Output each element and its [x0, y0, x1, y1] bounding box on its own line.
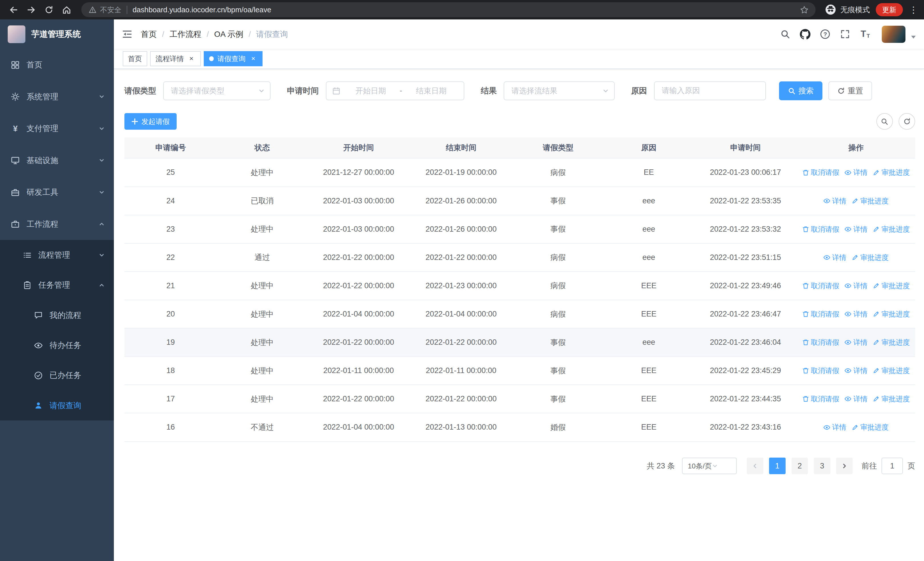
next-page-button[interactable] [836, 457, 853, 474]
address-bar[interactable]: 不安全 dashboard.yudao.iocoder.cn/bpm/oa/le… [81, 2, 816, 17]
detail-action-link[interactable]: 详情 [844, 224, 867, 234]
progress-action-link[interactable]: 审批进度 [873, 168, 910, 177]
cancel-action-link[interactable]: 取消请假 [802, 394, 839, 404]
sidebar-item-devtools[interactable]: 研发工具 [0, 176, 114, 208]
browser-menu-icon[interactable]: ⋮ [909, 5, 918, 15]
sidebar-item-home[interactable]: 首页 [0, 49, 114, 81]
search-button[interactable]: 搜索 [779, 81, 823, 100]
page-size-select[interactable]: 10条/页 [682, 457, 737, 474]
home-icon[interactable] [59, 2, 74, 17]
sidebar-item-my-process[interactable]: 我的流程 [0, 300, 114, 330]
close-icon[interactable]: × [249, 54, 257, 63]
progress-action-link[interactable]: 审批进度 [852, 196, 889, 206]
table-cell: 24 [124, 197, 217, 205]
reload-icon[interactable] [41, 2, 57, 17]
progress-action-link[interactable]: 审批进度 [873, 309, 910, 319]
delete-icon [802, 367, 809, 374]
forward-icon[interactable] [24, 2, 39, 17]
plus-icon [131, 118, 138, 125]
site-security-indicator[interactable]: 不安全 [88, 5, 122, 15]
date-range-picker[interactable]: 开始日期 - 结束日期 [326, 81, 464, 100]
warning-icon [88, 6, 97, 14]
tab-leave-query[interactable]: 请假查询 × [204, 51, 262, 66]
goto-page-input[interactable] [882, 457, 903, 474]
page-button-2[interactable]: 2 [792, 457, 808, 474]
reset-button[interactable]: 重置 [828, 81, 872, 100]
sidebar-item-done-tasks[interactable]: 已办任务 [0, 361, 114, 391]
detail-action-link[interactable]: 详情 [823, 253, 846, 262]
back-icon[interactable] [6, 2, 21, 17]
toggle-search-icon[interactable] [876, 113, 893, 130]
sidebar-toggle-icon[interactable] [114, 20, 141, 49]
toolbox-icon [10, 188, 20, 197]
breadcrumb-item[interactable]: 首页 [141, 29, 157, 40]
detail-action-link[interactable]: 详情 [844, 281, 867, 290]
check-circle-icon [34, 371, 43, 380]
search-icon[interactable] [777, 26, 793, 42]
avatar[interactable] [882, 26, 906, 43]
detail-action-link[interactable]: 详情 [844, 338, 867, 347]
tab-process-detail[interactable]: 流程详情 × [150, 51, 201, 66]
close-icon[interactable]: × [187, 54, 195, 63]
table-cell: 病假 [513, 309, 603, 319]
sidebar-item-infra[interactable]: 基础设施 [0, 144, 114, 176]
table-row: 22通过2022-01-22 00:00:002022-01-22 00:00:… [124, 244, 915, 272]
detail-action-link[interactable]: 详情 [844, 309, 867, 319]
action-label: 取消请假 [811, 224, 839, 234]
sidebar-item-todo-tasks[interactable]: 待办任务 [0, 330, 114, 360]
sidebar-item-workflow[interactable]: 工作流程 [0, 208, 114, 240]
sidebar-item-task-mgmt[interactable]: 任务管理 [0, 270, 114, 300]
cancel-action-link[interactable]: 取消请假 [802, 366, 839, 375]
sidebar-item-payment[interactable]: ¥ 支付管理 [0, 113, 114, 144]
action-label: 审批进度 [860, 196, 889, 206]
detail-action-link[interactable]: 详情 [823, 196, 846, 206]
edit-icon [873, 226, 880, 233]
page-button-3[interactable]: 3 [814, 457, 830, 474]
breadcrumb-current: 请假查询 [256, 29, 288, 40]
detail-action-link[interactable]: 详情 [823, 423, 846, 432]
progress-action-link[interactable]: 审批进度 [873, 338, 910, 347]
tab-home[interactable]: 首页 [123, 51, 147, 66]
github-icon[interactable] [797, 26, 814, 42]
detail-action-link[interactable]: 详情 [844, 394, 867, 404]
progress-action-link[interactable]: 审批进度 [873, 281, 910, 290]
avatar-caret-icon[interactable] [911, 36, 916, 39]
progress-action-link[interactable]: 审批进度 [873, 394, 910, 404]
fullscreen-icon[interactable] [837, 26, 854, 42]
detail-action-link[interactable]: 详情 [844, 366, 867, 375]
page-button-1[interactable]: 1 [769, 457, 786, 474]
font-size-icon[interactable]: TT [857, 26, 873, 42]
eye-icon [823, 424, 830, 431]
update-button[interactable]: 更新 [876, 3, 903, 16]
cancel-action-link[interactable]: 取消请假 [802, 224, 839, 234]
search-icon [788, 87, 796, 95]
cancel-action-link[interactable]: 取消请假 [802, 281, 839, 290]
create-leave-button[interactable]: 发起请假 [124, 113, 177, 130]
progress-action-link[interactable]: 审批进度 [873, 366, 910, 375]
cancel-action-link[interactable]: 取消请假 [802, 338, 839, 347]
chevron-right-icon [841, 462, 848, 469]
row-actions: 取消请假详情审批进度 [797, 338, 915, 347]
user-icon [34, 401, 43, 410]
progress-action-link[interactable]: 审批进度 [873, 224, 910, 234]
sidebar-item-process-mgmt[interactable]: 流程管理 [0, 240, 114, 270]
detail-action-link[interactable]: 详情 [844, 168, 867, 177]
breadcrumb-item[interactable]: OA 示例 [214, 29, 243, 40]
bookmark-star-icon[interactable] [800, 5, 809, 14]
sidebar-item-system[interactable]: 系统管理 [0, 81, 114, 113]
reason-input[interactable] [654, 81, 766, 100]
refresh-table-icon[interactable] [898, 113, 915, 130]
sidebar-item-leave-query[interactable]: 请假查询 [0, 391, 114, 420]
help-icon[interactable]: ? [817, 26, 834, 42]
leave-type-select[interactable]: 请选择请假类型 [163, 81, 270, 100]
progress-action-link[interactable]: 审批进度 [852, 423, 889, 432]
table-cell: 事假 [513, 224, 603, 234]
table-cell: 20 [124, 310, 217, 319]
progress-action-link[interactable]: 审批进度 [852, 253, 889, 262]
cancel-action-link[interactable]: 取消请假 [802, 168, 839, 177]
breadcrumb-item[interactable]: 工作流程 [170, 29, 201, 40]
cancel-action-link[interactable]: 取消请假 [802, 309, 839, 319]
result-select[interactable]: 请选择流结果 [504, 81, 614, 100]
url-text[interactable]: dashboard.yudao.iocoder.cn/bpm/oa/leave [132, 6, 795, 14]
prev-page-button[interactable] [747, 457, 764, 474]
